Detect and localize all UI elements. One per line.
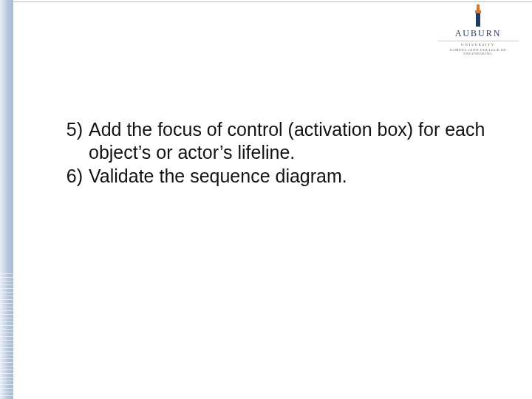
svg-rect-2 — [476, 13, 480, 27]
list-item: 5) Add the focus of control (activation … — [61, 118, 488, 163]
slide: AUBURN UNIVERSITY SAMUEL GINN COLLEGE OF… — [0, 0, 532, 399]
list-item: 6) Validate the sequence diagram. — [61, 165, 488, 188]
item-text: Add the focus of control (activation box… — [89, 118, 488, 163]
svg-rect-1 — [475, 10, 481, 13]
left-decorative-rail — [0, 0, 13, 399]
university-logo: AUBURN UNIVERSITY SAMUEL GINN COLLEGE OF… — [437, 4, 519, 55]
logo-wordmark: AUBURN — [437, 28, 519, 39]
item-text: Validate the sequence diagram. — [89, 165, 488, 188]
numbered-list: 5) Add the focus of control (activation … — [61, 118, 488, 188]
tower-icon — [473, 4, 483, 27]
top-rule — [13, 1, 532, 2]
slide-content: 5) Add the focus of control (activation … — [61, 118, 488, 189]
logo-subtext-1: UNIVERSITY — [437, 41, 519, 47]
svg-rect-0 — [477, 4, 480, 10]
item-number: 6) — [61, 165, 89, 188]
logo-subtext-2: SAMUEL GINN COLLEGE OF ENGINEERING — [437, 48, 519, 55]
item-number: 5) — [61, 118, 89, 163]
